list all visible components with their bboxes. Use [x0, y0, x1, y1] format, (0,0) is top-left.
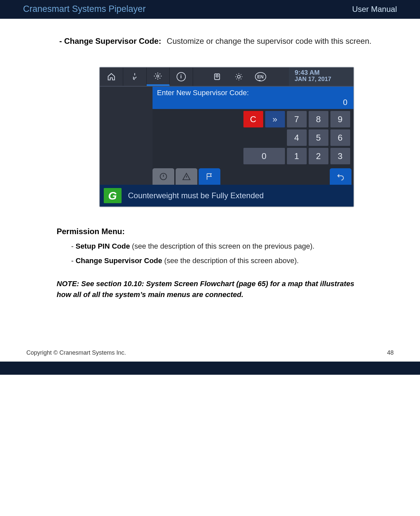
key-3[interactable]: 3 [330, 148, 350, 164]
perm1-rest: (see the description of this screen on t… [130, 242, 314, 250]
key-enter[interactable]: » [265, 111, 285, 127]
doc-title: Cranesmart Systems Pipelayer [23, 4, 146, 14]
status-bar: G Counterweight must be Fully Extended [100, 185, 353, 206]
alert-tab[interactable] [153, 168, 174, 185]
key-7[interactable]: 7 [287, 111, 307, 127]
key-4[interactable]: 4 [287, 129, 307, 146]
key-5[interactable]: 5 [309, 129, 328, 146]
clock: 9:43 AM JAN 17, 2017 [289, 68, 353, 86]
perm2-bold: Change Supervisor Code [75, 257, 162, 265]
prompt-value: 0 [343, 98, 347, 107]
info-icon[interactable]: i [170, 68, 193, 86]
svg-point-3 [237, 75, 240, 78]
device-tabs [153, 166, 353, 185]
key-0[interactable]: 0 [243, 148, 285, 164]
svg-point-0 [157, 75, 159, 77]
copyright: Copyright © Cranesmart Systems Inc. [26, 349, 126, 356]
intro-lead: - Change Supervisor Code: [59, 37, 161, 45]
svg-point-2 [216, 75, 218, 77]
user-icon[interactable] [206, 68, 228, 86]
perm2-rest: (see the description of this screen abov… [162, 257, 299, 265]
intro-rest: Customize or change the supervisor code … [167, 37, 372, 45]
flag-tab[interactable] [199, 168, 220, 185]
clock-date: JAN 17, 2017 [295, 76, 348, 83]
device-screenshot: i EN 9:43 AM JAN 17, 2017 [99, 67, 354, 207]
back-button[interactable] [330, 168, 351, 185]
hook-icon[interactable] [123, 68, 147, 86]
page-footer: Copyright © Cranesmart Systems Inc. 48 [0, 300, 420, 362]
key-2[interactable]: 2 [309, 148, 328, 164]
page-number: 48 [387, 349, 394, 356]
brightness-icon[interactable] [228, 68, 250, 86]
permission-item-2: - Change Supervisor Code (see the descri… [71, 257, 394, 265]
doc-subtitle: User Manual [352, 5, 397, 14]
prompt-text: Enter New Supervisor Code: [157, 89, 249, 97]
permission-heading: Permission Menu: [57, 227, 394, 236]
keypad: C » 7 8 9 4 5 6 0 1 [153, 109, 353, 166]
bottom-bar [0, 362, 420, 375]
intro-line: - Change Supervisor Code: Customize or c… [59, 35, 394, 47]
settings-icon[interactable] [147, 68, 170, 86]
home-icon[interactable] [100, 68, 123, 86]
key-8[interactable]: 8 [309, 111, 328, 127]
warning-tab[interactable] [176, 168, 197, 185]
clock-time: 9:43 AM [295, 69, 348, 76]
device-top-bar: i EN 9:43 AM JAN 17, 2017 [100, 68, 353, 87]
perm1-bold: Setup PIN Code [75, 242, 130, 250]
status-message: Counterweight must be Fully Extended [128, 191, 264, 200]
language-icon[interactable]: EN [250, 68, 271, 86]
permission-item-1: - Setup PIN Code (see the description of… [71, 242, 394, 251]
prompt-bar: Enter New Supervisor Code: 0 [153, 87, 353, 109]
key-clear[interactable]: C [243, 111, 263, 127]
doc-header: Cranesmart Systems Pipelayer User Manual [0, 0, 420, 19]
key-9[interactable]: 9 [330, 111, 350, 127]
key-1[interactable]: 1 [287, 148, 307, 164]
status-icon: G [104, 188, 122, 203]
note-text: NOTE: See section 10.10: System Screen F… [57, 278, 366, 300]
key-6[interactable]: 6 [330, 129, 350, 146]
